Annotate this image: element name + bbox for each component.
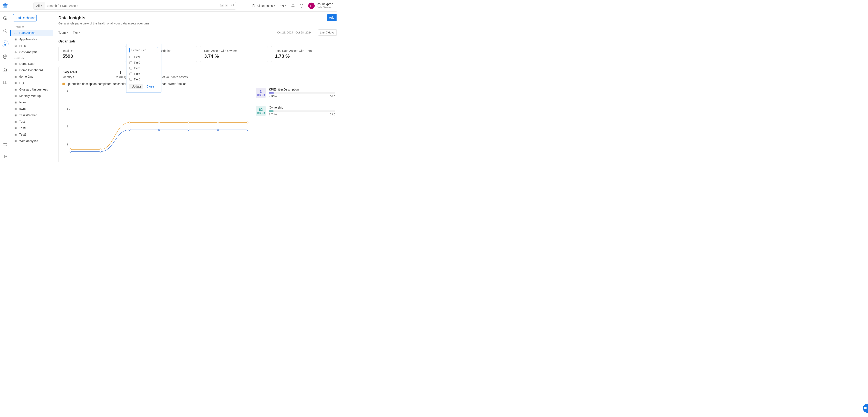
- dashboard-icon: ⊞: [14, 107, 17, 110]
- sidebar-section-system: SYSTEM: [10, 25, 53, 30]
- dashboard-icon: ⊞: [14, 127, 17, 130]
- help-icon[interactable]: [300, 4, 304, 8]
- cost-icon: ⊙: [14, 51, 17, 54]
- search-icon[interactable]: [230, 4, 236, 8]
- search-input[interactable]: [45, 4, 220, 7]
- chart-bars-icon: ☷: [14, 31, 17, 35]
- sidebar-item-nom[interactable]: ⊞Nom: [10, 99, 53, 105]
- dashboard-icon: ⊞: [14, 120, 17, 123]
- rail-globe-icon[interactable]: [2, 53, 8, 60]
- tier-option-label: Tier1: [134, 55, 141, 59]
- rail-governance-icon[interactable]: [2, 66, 8, 73]
- tier-option[interactable]: Tier5: [129, 78, 158, 81]
- sidebar-item-cost-analysis[interactable]: ⊙Cost Analysis: [10, 49, 53, 55]
- rail-search-icon[interactable]: [2, 28, 8, 34]
- add-dashboard-button[interactable]: + Add Dashboard: [13, 14, 37, 22]
- sidebar-item-label: TasksKanban: [19, 114, 37, 117]
- sidebar-item-label: demo One: [19, 75, 33, 78]
- stat-label: Total Dat: [62, 49, 122, 53]
- tier-option-label: Tier4: [134, 72, 141, 75]
- sidebar-item-label: owner: [19, 107, 28, 110]
- sidebar-item-glossary-uniqueness[interactable]: ⊞Glossary Uniqueness: [10, 86, 53, 93]
- dashboard-icon: ⊞: [14, 62, 17, 65]
- main-content: Data Insights Get a single pane view of …: [53, 11, 337, 162]
- chevron-down-icon: [67, 31, 68, 34]
- sidebar-item-demo-dashboard[interactable]: ⊞Demo Dashboard: [10, 67, 53, 73]
- sidebar-item-app-analytics[interactable]: ⊞App Analytics: [10, 36, 53, 42]
- sidebar-item-dq[interactable]: ⊞DQ: [10, 80, 53, 86]
- goal-current: 4.56%: [269, 95, 277, 98]
- stat-card-total-assets: Total Dat 5593: [58, 46, 126, 62]
- search-scope-dropdown[interactable]: All: [34, 2, 45, 9]
- svg-point-19: [188, 122, 189, 123]
- kpi-title: Key Perfxxxxxxxxxxxxxxxxxxxxx): [62, 70, 337, 74]
- app-logo[interactable]: [0, 3, 10, 9]
- sidebar-item-monthly-meetup[interactable]: ⊞Monthly Meetup: [10, 93, 53, 99]
- svg-point-21: [247, 122, 248, 123]
- user-menu[interactable]: R Rounakpree Data Steward: [308, 3, 333, 9]
- kbd-cmd-icon: ⌘: [220, 4, 224, 7]
- tier-option[interactable]: Tier2: [129, 61, 158, 64]
- tier-option-label: Tier5: [134, 78, 141, 81]
- tier-search-input[interactable]: [129, 47, 158, 53]
- tier-filter-dropdown[interactable]: Tier: [73, 31, 80, 34]
- dashboard-icon: ⊞: [14, 101, 17, 104]
- rail-glossary-icon[interactable]: [2, 79, 8, 86]
- rail-insights-icon[interactable]: [2, 40, 8, 47]
- team-filter-dropdown[interactable]: Team: [58, 31, 68, 34]
- y-tick-label: 2: [66, 143, 68, 146]
- tier-update-button[interactable]: Update: [129, 84, 144, 89]
- sidebar: + Add Dashboard SYSTEM ☷Data Assets ⊞App…: [10, 11, 53, 162]
- sidebar-item-data-assets[interactable]: ☷Data Assets: [10, 30, 53, 36]
- kpi-goal-description[interactable]: 3 days left KPIEntitiesDescription 4.56%…: [256, 88, 337, 98]
- stat-card-tiers: Total Data Assets with Tiers 1.73 %: [271, 46, 337, 62]
- dashboard-icon: ⊞: [14, 114, 17, 117]
- sidebar-item-demo-dash[interactable]: ⊞Demo Dash: [10, 61, 53, 67]
- checkbox-icon: [129, 61, 132, 64]
- svg-point-25: [158, 129, 160, 131]
- user-name: Rounakpree: [317, 3, 333, 6]
- date-range-picker[interactable]: Last 7 days: [318, 29, 337, 36]
- tier-close-button[interactable]: Close: [146, 85, 154, 88]
- tier-option[interactable]: Tier4: [129, 72, 158, 75]
- tier-option[interactable]: Tier1: [129, 55, 158, 59]
- add-button[interactable]: Add: [327, 14, 337, 21]
- global-search[interactable]: All ⌘ K: [33, 2, 236, 10]
- notifications-icon[interactable]: [291, 4, 295, 8]
- sidebar-item-kpis[interactable]: ◎KPIs: [10, 42, 53, 49]
- sidebar-item-test1[interactable]: ⊞Test1: [10, 125, 53, 131]
- language-dropdown[interactable]: EN: [280, 4, 286, 7]
- sidebar-item-web-analytics[interactable]: ⊞Web analytics: [10, 138, 53, 144]
- dashboard-icon: ⊞: [14, 94, 17, 98]
- kpi-panel: Key Perfxxxxxxxxxxxxxxxxxxxxx) Identify …: [58, 66, 337, 162]
- sidebar-item-demo-one[interactable]: ⊞demo One: [10, 73, 53, 80]
- chevron-down-icon: [274, 4, 275, 7]
- sidebar-item-test[interactable]: ⊞Test: [10, 119, 53, 125]
- team-filter-label: Team: [58, 31, 66, 34]
- rail-settings-icon[interactable]: [2, 141, 8, 148]
- avatar-initial: R: [310, 4, 312, 7]
- globe-icon: [252, 4, 255, 8]
- sidebar-item-owner[interactable]: ⊞owner: [10, 105, 53, 112]
- kpi-goal-ownership[interactable]: 62 days left Ownership 3.74% 53.0: [256, 106, 337, 116]
- kpi-sub-prefix: Identify t: [62, 75, 74, 79]
- stat-card-owners: Data Assets with Owners 3.74 %: [200, 46, 268, 62]
- nav-rail: [0, 11, 10, 162]
- y-tick-label: 6: [66, 107, 68, 110]
- chart-legend: kpi-entities-description-completed-descr…: [62, 82, 337, 86]
- sidebar-item-label: App Analytics: [19, 37, 37, 41]
- checkbox-icon: [129, 78, 132, 81]
- dashboard-icon: ⊞: [14, 139, 17, 142]
- rail-logout-icon[interactable]: [2, 153, 8, 160]
- svg-point-28: [247, 129, 248, 131]
- tier-option[interactable]: Tier3: [129, 66, 158, 70]
- domains-dropdown[interactable]: All Domains: [252, 4, 275, 8]
- sidebar-item-tasks-kanban[interactable]: ⊞TasksKanban: [10, 112, 53, 119]
- svg-point-15: [70, 149, 71, 150]
- sidebar-item-label: Demo Dashboard: [19, 68, 43, 72]
- rail-explore-icon[interactable]: [2, 14, 8, 22]
- goal-current: 3.74%: [269, 113, 277, 116]
- sidebar-item-test3[interactable]: ⊞Test3: [10, 131, 53, 138]
- stat-value: 3.74 %: [204, 54, 264, 59]
- sidebar-item-label: Demo Dash: [19, 62, 35, 65]
